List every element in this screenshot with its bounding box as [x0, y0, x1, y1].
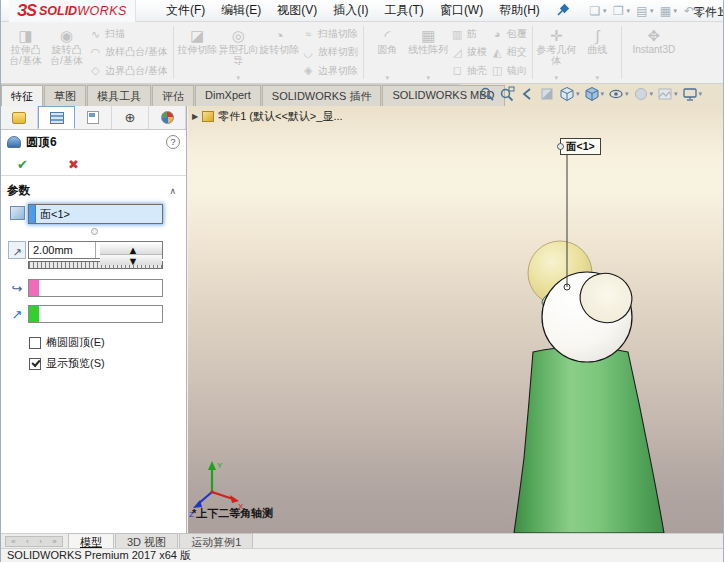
tab-nav-button[interactable]: »	[52, 538, 56, 546]
constraint-color-swatch	[29, 280, 39, 296]
distance-input[interactable]: 2.00mm ▲ ▼	[28, 241, 163, 259]
shell-button[interactable]: ◻抽壳	[451, 62, 487, 79]
section-view-icon[interactable]	[539, 86, 555, 102]
tab-feature-tree[interactable]	[1, 106, 38, 129]
menu-item[interactable]: 窗口(W)	[432, 0, 491, 22]
command-tab[interactable]: 模具工具	[87, 85, 151, 106]
tab-configurations[interactable]	[75, 106, 112, 129]
help-icon[interactable]: ?	[166, 135, 180, 149]
collapse-section-icon[interactable]: ∧	[169, 186, 176, 196]
edit-appearance-icon[interactable]: ▾	[633, 86, 654, 102]
open-document-icon[interactable]: ❐▾	[609, 2, 632, 20]
lofted-boss-button[interactable]: ◠放样凸台/基体	[89, 44, 168, 61]
viewport-feature-tree: ▶ 零件1 (默认<<默认>_显...	[192, 109, 343, 124]
save-icon[interactable]: ▤▾	[633, 2, 656, 20]
print-icon[interactable]: ▦▾	[656, 2, 679, 20]
tab-property-manager[interactable]	[38, 106, 75, 129]
linear-pattern-button[interactable]: ▦ 线性阵列 ▾	[408, 23, 449, 82]
dropdown-caret-icon[interactable]: ▾	[596, 74, 600, 82]
document-tab[interactable]: 运动算例1	[179, 533, 253, 548]
dropdown-caret-icon[interactable]: ▾	[237, 74, 241, 82]
hole-wizard-button[interactable]: ◎ 异型孔向导 ▾	[218, 23, 259, 82]
rib-button[interactable]: ▥筋	[451, 26, 487, 43]
dropdown-caret-icon[interactable]: ▾	[555, 74, 559, 82]
swept-boss-button[interactable]: ∿扫描	[89, 26, 168, 43]
document-tab[interactable]: 模型	[68, 533, 114, 548]
graphics-area[interactable]: Y X Z ▶ 零件1 (默认<<默认>_显... 面<1> *上下二等角轴测	[188, 106, 723, 533]
constraint-selection-box[interactable]	[28, 279, 163, 297]
hide-show-items-icon[interactable]: ▾	[608, 86, 629, 102]
fillet-button[interactable]: ◜ 圆角 ▾	[367, 23, 408, 82]
parameters-section-title: 参数	[7, 183, 30, 198]
new-document-icon[interactable]: ❏▾	[586, 2, 609, 20]
elliptical-dome-label[interactable]: 椭圆圆顶(E)	[46, 335, 105, 350]
spin-up-button[interactable]: ▲	[100, 244, 162, 255]
command-tab[interactable]: 评估	[152, 85, 194, 106]
apply-scene-icon[interactable]: ▾	[657, 86, 678, 102]
property-manager-panel: ⊕ 圆顶6 ? ✔ ✖ 参数 ∧ 面<1> ↗ 2.00mm ▲ ▼	[1, 106, 187, 533]
swept-cut-button[interactable]: ≈扫描切除	[302, 26, 358, 43]
tab-appearances[interactable]	[149, 106, 186, 129]
command-tabs: 特征草图模具工具评估DimXpertSOLIDWORKS 插件SOLIDWORK…	[1, 85, 506, 106]
property-manager-title: 圆顶6	[26, 134, 57, 151]
menu-item[interactable]: 视图(V)	[269, 0, 325, 22]
zoom-to-area-icon[interactable]	[499, 86, 515, 102]
face-selection-box[interactable]: 面<1>	[28, 204, 163, 224]
menu-item[interactable]: 文件(F)	[158, 0, 213, 22]
status-bar: SOLIDWORKS Premium 2017 x64 版	[1, 548, 723, 562]
command-tab[interactable]: SOLIDWORKS 插件	[262, 85, 382, 106]
wrap-button[interactable]: ◕包覆	[491, 26, 527, 43]
menu-item[interactable]: 工具(T)	[377, 0, 432, 22]
mirror-icon: ◫	[491, 64, 504, 77]
view-settings-icon[interactable]: ▾	[682, 86, 703, 102]
menu-item[interactable]: 帮助(H)	[491, 0, 548, 22]
menu-item[interactable]: 插入(I)	[325, 0, 376, 22]
model-canvas[interactable]: Y X Z	[188, 106, 723, 533]
tab-nav-button[interactable]: «	[11, 538, 15, 546]
document-tab[interactable]: 3D 视图	[115, 533, 178, 548]
direction-selection-box[interactable]	[28, 305, 163, 323]
tab-dimxpert[interactable]: ⊕	[112, 106, 149, 129]
intersect-button[interactable]: ◭相交	[491, 44, 527, 61]
extruded-cut-button[interactable]: ◪ 拉伸切除	[177, 23, 218, 82]
status-text: SOLIDWORKS Premium 2017 x64 版	[7, 549, 191, 561]
document-title: 零件1	[693, 4, 723, 21]
elliptical-dome-checkbox[interactable]	[29, 337, 41, 349]
dimxpert-icon: ⊕	[125, 111, 136, 124]
zoom-to-fit-icon[interactable]	[479, 86, 495, 102]
mirror-button[interactable]: ◫镜向	[491, 62, 527, 79]
instant3d-button[interactable]: ✥ Instant3D	[625, 23, 683, 82]
command-tab[interactable]: 特征	[1, 85, 43, 106]
tab-nav-button[interactable]: ›	[39, 538, 42, 546]
draft-button[interactable]: ◿拔模	[451, 44, 487, 61]
pin-icon[interactable]	[554, 3, 570, 19]
view-orientation-icon[interactable]: ▾	[559, 86, 580, 102]
menu-bar: 文件(F)编辑(E)视图(V)插入(I)工具(T)窗口(W)帮助(H)	[158, 0, 548, 22]
boundary-cut-button[interactable]: ◈边界切除	[302, 62, 358, 79]
tree-expand-icon[interactable]: ▶	[192, 112, 198, 121]
dropdown-caret-icon[interactable]: ▾	[386, 74, 390, 82]
tab-nav-button[interactable]: ‹	[26, 538, 29, 546]
menu-item[interactable]: 编辑(E)	[213, 0, 269, 22]
lofted-cut-button[interactable]: ◡放样切割	[302, 44, 358, 61]
face-selection-icon	[10, 206, 25, 220]
command-tab[interactable]: DimXpert	[195, 85, 261, 106]
dropdown-caret-icon[interactable]: ▾	[427, 74, 431, 82]
command-tab[interactable]: 草图	[44, 85, 86, 106]
previous-view-icon[interactable]	[519, 86, 535, 102]
curves-button[interactable]: ∫ 曲线 ▾	[577, 23, 618, 82]
configurations-icon	[87, 111, 99, 124]
spin-down-button[interactable]: ▼	[100, 255, 162, 265]
display-style-icon[interactable]: ▾	[584, 86, 605, 102]
extruded-boss-button[interactable]: ◨ 拉伸凸台/基体	[5, 23, 46, 82]
reference-geometry-button[interactable]: ✛ 参考几何体 ▾	[536, 23, 577, 82]
revolved-boss-button[interactable]: ◉ 旋转凸台/基体	[46, 23, 87, 82]
fillet-icon: ◜	[384, 27, 390, 44]
cancel-button[interactable]: ✖	[68, 157, 79, 172]
revolved-cut-button[interactable]: ◔ 旋转切除	[259, 23, 300, 82]
boundary-boss-button[interactable]: ◇边界凸台/基体	[89, 62, 168, 79]
part-tree-label[interactable]: 零件1 (默认<<默认>_显...	[218, 109, 342, 124]
show-preview-label[interactable]: 显示预览(S)	[46, 356, 105, 371]
ok-button[interactable]: ✔	[17, 157, 28, 172]
show-preview-checkbox[interactable]	[29, 358, 41, 370]
